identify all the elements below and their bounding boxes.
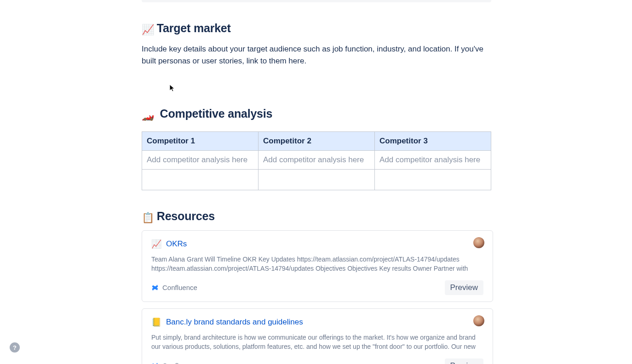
heading-target-market-text: Target market bbox=[157, 22, 231, 34]
avatar[interactable] bbox=[473, 315, 484, 326]
heading-resources-text: Resources bbox=[157, 210, 215, 222]
resource-link-okrs[interactable]: OKRs bbox=[166, 239, 187, 249]
resource-source: Confluence bbox=[151, 284, 197, 291]
table-row: Add competitor analysis here Add competi… bbox=[142, 150, 491, 169]
resource-card[interactable]: 📒 Banc.ly brand standards and guidelines… bbox=[142, 308, 493, 364]
heading-target-market: 📈Target market bbox=[142, 22, 491, 36]
confluence-icon bbox=[151, 284, 159, 291]
table-cell[interactable]: Add competitor analysis here bbox=[375, 150, 491, 169]
confluence-icon bbox=[151, 362, 159, 364]
resource-card-title-row: 📒 Banc.ly brand standards and guidelines bbox=[151, 317, 483, 327]
target-market-description[interactable]: Include key details about your target au… bbox=[142, 43, 491, 68]
table-header-cell[interactable]: Competitor 2 bbox=[259, 131, 375, 150]
table-cell[interactable]: Add competitor analysis here bbox=[142, 150, 259, 169]
resource-card-body: Put simply, brand architecture is how we… bbox=[151, 333, 483, 352]
heading-resources: 📋Resources bbox=[142, 210, 491, 224]
section-resources: 📋Resources 📈 OKRs Team Alana Grant Will … bbox=[142, 210, 491, 364]
section-competitive-analysis: 🏎️ Competitive analysis Competitor 1 Com… bbox=[142, 107, 491, 190]
resource-card-title-row: 📈 OKRs bbox=[151, 239, 483, 249]
heading-competitive-analysis-text: Competitive analysis bbox=[160, 107, 273, 120]
section-target-market: 📈Target market Include key details about… bbox=[142, 22, 491, 68]
table-header-cell[interactable]: Competitor 3 bbox=[375, 131, 491, 150]
table-cell[interactable]: Add competitor analysis here bbox=[259, 150, 375, 169]
preview-button[interactable]: Preview bbox=[445, 358, 483, 364]
chart-increasing-icon: 📈 bbox=[151, 239, 161, 249]
competitive-table: Competitor 1 Competitor 2 Competitor 3 A… bbox=[142, 131, 491, 190]
ledger-icon: 📒 bbox=[151, 317, 161, 327]
document-content: 📈Target market Include key details about… bbox=[142, 0, 491, 364]
preview-button[interactable]: Preview bbox=[445, 280, 483, 295]
table-cell[interactable] bbox=[142, 169, 259, 190]
resource-card[interactable]: 📈 OKRs Team Alana Grant Will Timeline OK… bbox=[142, 230, 493, 302]
table-row bbox=[142, 169, 491, 190]
resource-source: Confluence bbox=[151, 362, 197, 364]
table-cell[interactable] bbox=[259, 169, 375, 190]
resource-link-brand-standards[interactable]: Banc.ly brand standards and guidelines bbox=[166, 318, 303, 327]
chart-increasing-icon: 📈 bbox=[142, 24, 154, 36]
resource-card-footer: Confluence Preview bbox=[151, 280, 483, 295]
resource-source-label: Confluence bbox=[162, 362, 197, 364]
avatar[interactable] bbox=[473, 237, 484, 248]
help-button[interactable]: ? bbox=[10, 342, 20, 353]
table-cell[interactable] bbox=[375, 169, 491, 190]
heading-competitive-analysis: 🏎️ Competitive analysis bbox=[142, 107, 491, 121]
resource-source-label: Confluence bbox=[162, 284, 197, 291]
table-header-cell[interactable]: Competitor 1 bbox=[142, 131, 259, 150]
resource-card-body: Team Alana Grant Will Timeline OKR Key U… bbox=[151, 255, 483, 274]
resource-card-footer: Confluence Preview bbox=[151, 358, 483, 364]
racing-car-icon: 🏎️ bbox=[142, 109, 154, 121]
clipboard-icon: 📋 bbox=[142, 212, 154, 224]
table-header-row: Competitor 1 Competitor 2 Competitor 3 bbox=[142, 131, 491, 150]
